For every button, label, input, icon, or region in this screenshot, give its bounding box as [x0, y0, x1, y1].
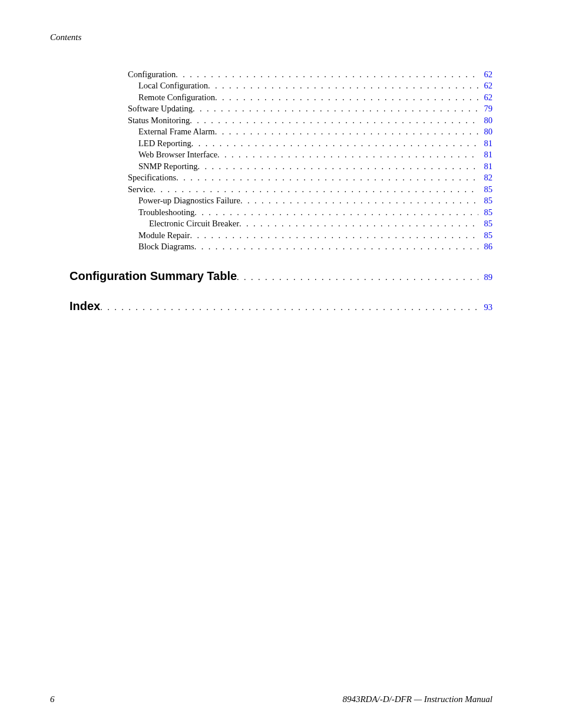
toc-entry: Web Browser Interface 81 [128, 149, 492, 160]
toc-entry: SNMP Reporting 81 [128, 161, 492, 172]
toc-entry-page-link[interactable]: 79 [478, 103, 492, 114]
toc-entry-title: Power-up Diagnostics Failure [128, 195, 240, 206]
toc-leader-dots [215, 127, 478, 137]
section-title: Configuration Summary Table [70, 269, 237, 283]
toc-entry-title: Local Configuration [128, 80, 208, 91]
page-header: Contents [50, 32, 492, 42]
toc-entry: Service 85 [128, 184, 492, 195]
toc-leader-dots [194, 242, 478, 252]
toc-entry-page-link[interactable]: 85 [478, 230, 492, 241]
toc-entry-page-link[interactable]: 85 [478, 207, 492, 218]
toc-entry-title: Service [128, 184, 153, 195]
toc-entry-page-link[interactable]: 85 [478, 184, 492, 195]
toc-entry-page-link[interactable]: 62 [478, 92, 492, 103]
section-leader-dots [237, 273, 478, 282]
section-row: Index93 [70, 299, 492, 313]
toc-leader-dots [176, 70, 478, 80]
toc-entry-title: SNMP Reporting [128, 161, 198, 172]
section-entry: Index93 [70, 299, 492, 313]
toc-entry: External Frame Alarm 80 [128, 126, 492, 137]
toc-leader-dots [193, 104, 478, 114]
toc-entry-title: Configuration [128, 69, 176, 80]
toc-leader-dots [239, 219, 478, 229]
page-footer: 6 8943RDA/-D/-DFR — Instruction Manual [50, 694, 492, 704]
section-page-link[interactable]: 89 [478, 272, 492, 282]
toc-entry-page-link[interactable]: 81 [478, 161, 492, 172]
toc-entry: Electronic Circuit Breaker 85 [128, 218, 492, 229]
toc-leader-dots [240, 196, 478, 206]
toc-leader-dots [215, 93, 478, 103]
section-page-link[interactable]: 93 [478, 302, 492, 312]
toc-entry-page-link[interactable]: 62 [478, 69, 492, 80]
section-leader-dots [100, 303, 478, 312]
toc-list: Configuration 62Local Configuration 62Re… [128, 69, 492, 253]
toc-leader-dots [198, 162, 478, 172]
toc-entry-title: Remote Configuration [128, 92, 215, 103]
toc-entry-title: Web Browser Interface [128, 149, 217, 160]
toc-leader-dots [153, 185, 478, 195]
toc-entry-page-link[interactable]: 62 [478, 80, 492, 91]
toc-entry-page-link[interactable]: 80 [478, 115, 492, 126]
toc-entry-title: Block Diagrams [128, 241, 194, 252]
toc-entry: Block Diagrams 86 [128, 241, 492, 252]
toc-entry: Module Repair 85 [128, 230, 492, 241]
toc-entry-page-link[interactable]: 86 [478, 241, 492, 252]
toc-entry-page-link[interactable]: 82 [478, 172, 492, 183]
section-entry: Configuration Summary Table89 [70, 269, 492, 283]
toc-entry-title: Status Monitoring [128, 115, 190, 126]
footer-page-number: 6 [50, 694, 55, 704]
toc-entry: Configuration 62 [128, 69, 492, 80]
toc-leader-dots [194, 207, 478, 218]
toc-entry-page-link[interactable]: 81 [478, 149, 492, 160]
toc-leader-dots [208, 81, 478, 91]
toc-entry-title: External Frame Alarm [128, 126, 215, 137]
toc-entry-title: Specifications [128, 172, 176, 183]
toc-entry: Local Configuration 62 [128, 80, 492, 91]
toc-entry: Remote Configuration 62 [128, 92, 492, 103]
section-row: Configuration Summary Table89 [70, 269, 492, 283]
toc-entry-page-link[interactable]: 85 [478, 195, 492, 206]
toc-leader-dots [190, 116, 478, 126]
toc-entry: Specifications 82 [128, 172, 492, 183]
toc-entry-title: LED Reporting [128, 138, 191, 149]
toc-leader-dots [190, 230, 478, 241]
toc-entry: Power-up Diagnostics Failure 85 [128, 195, 492, 206]
toc-entry-title: Module Repair [128, 230, 190, 241]
toc-entry: Status Monitoring 80 [128, 115, 492, 126]
footer-text: 8943RDA/-D/-DFR — Instruction Manual [342, 694, 492, 704]
toc-leader-dots [191, 139, 478, 149]
toc-leader-dots [217, 150, 478, 160]
toc-entry: Troubleshooting 85 [128, 207, 492, 218]
toc-entry-title: Troubleshooting [128, 207, 194, 218]
sections-container: Configuration Summary Table89Index93 [50, 269, 492, 313]
toc-entry-page-link[interactable]: 80 [478, 126, 492, 137]
toc-leader-dots [176, 173, 478, 183]
document-page: Contents Configuration 62Local Configura… [0, 0, 562, 728]
toc-entry-page-link[interactable]: 85 [478, 218, 492, 229]
section-title: Index [70, 299, 100, 313]
toc-entry: Software Updating 79 [128, 103, 492, 114]
toc-entry-page-link[interactable]: 81 [478, 138, 492, 149]
toc-entry-title: Software Updating [128, 103, 193, 114]
toc-entry-title: Electronic Circuit Breaker [128, 218, 239, 229]
toc-entry: LED Reporting 81 [128, 138, 492, 149]
